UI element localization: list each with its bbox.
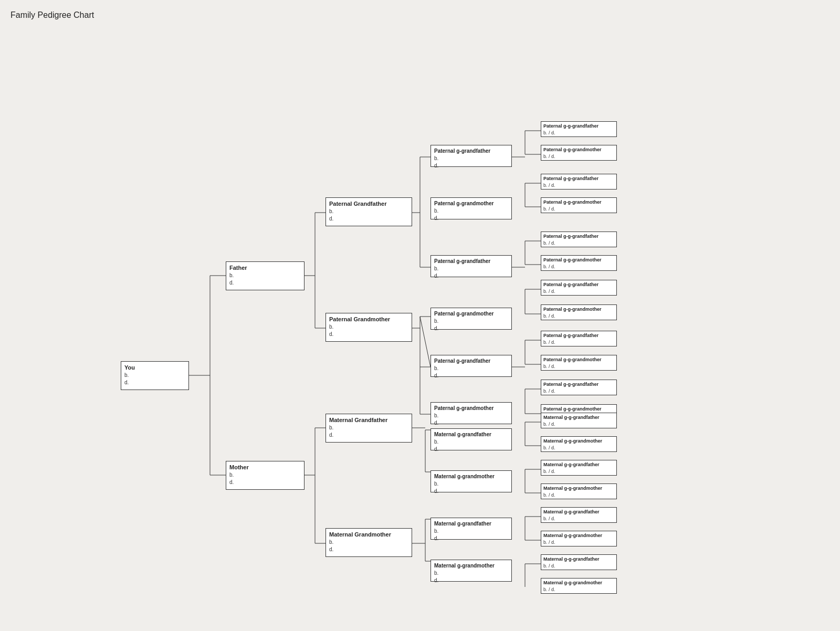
pat-g-grandmother2-node[interactable]: Paternal g-grandmother b. d. (430, 308, 512, 330)
mother-node[interactable]: Mother b. d. (226, 461, 304, 490)
mgg8-node[interactable]: Maternal g-g-grandmother b. / d. (541, 578, 617, 594)
pedigree-chart: You b. d. Father b. d. Mother b. d. Pate… (105, 36, 735, 587)
pat-g-grandmother3-node[interactable]: Paternal g-grandmother b. d. (430, 402, 512, 424)
mat-g-grandfather1-node[interactable]: Maternal g-grandfather b. d. (430, 428, 512, 450)
pgg3-node[interactable]: Paternal g-g-grandfather b. / d. (541, 174, 617, 190)
pgg7-node[interactable]: Paternal g-g-grandfather b. / d. (541, 280, 617, 296)
pat-g-grandfather3-node[interactable]: Paternal g-grandfather b. d. (430, 355, 512, 377)
mgg3-node[interactable]: Maternal g-g-grandfather b. / d. (541, 460, 617, 476)
mgg7-node[interactable]: Maternal g-g-grandfather b. / d. (541, 554, 617, 570)
mgg1-node[interactable]: Maternal g-g-grandfather b. / d. (541, 413, 617, 428)
pgg2-node[interactable]: Paternal g-g-grandmother b. / d. (541, 145, 617, 161)
pgg6-node[interactable]: Paternal g-g-grandmother b. / d. (541, 255, 617, 271)
pgg11-node[interactable]: Paternal g-g-grandfather b. / d. (541, 380, 617, 395)
mat-g-grandmother1-node[interactable]: Maternal g-grandmother b. d. (430, 470, 512, 492)
pgg9-node[interactable]: Paternal g-g-grandfather b. / d. (541, 331, 617, 346)
you-node[interactable]: You b. d. (121, 361, 189, 390)
pat-g-grandfather1-node[interactable]: Paternal g-grandfather b. d. (430, 145, 512, 167)
pat-g-grandmother1-node[interactable]: Paternal g-grandmother b. d. (430, 197, 512, 219)
mat-g-grandfather2-node[interactable]: Maternal g-grandfather b. d. (430, 518, 512, 540)
svg-line-18 (420, 317, 430, 367)
pgg5-node[interactable]: Paternal g-g-grandfather b. / d. (541, 232, 617, 247)
father-node[interactable]: Father b. d. (226, 261, 304, 290)
mgg4-node[interactable]: Maternal g-g-grandmother b. / d. (541, 483, 617, 499)
mgg5-node[interactable]: Maternal g-g-grandfather b. / d. (541, 507, 617, 523)
page-title: Family Pedigree Chart (10, 10, 830, 20)
pgg10-node[interactable]: Paternal g-g-grandmother b. / d. (541, 355, 617, 371)
mgg2-node[interactable]: Maternal g-g-grandmother b. / d. (541, 436, 617, 452)
connector-lines (105, 36, 735, 587)
mgg6-node[interactable]: Maternal g-g-grandmother b. / d. (541, 531, 617, 546)
paternal-grandfather-node[interactable]: Paternal Grandfather b. d. (326, 197, 412, 226)
paternal-grandmother-node[interactable]: Paternal Grandmother b. d. (326, 313, 412, 342)
maternal-grandfather-node[interactable]: Maternal Grandfather b. d. (326, 414, 412, 443)
pgg4-node[interactable]: Paternal g-g-grandmother b. / d. (541, 197, 617, 213)
pgg8-node[interactable]: Paternal g-g-grandmother b. / d. (541, 304, 617, 320)
mat-g-grandmother2-node[interactable]: Maternal g-grandmother b. d. (430, 560, 512, 582)
pgg1-node[interactable]: Paternal g-g-grandfather b. / d. (541, 121, 617, 137)
maternal-grandmother-node[interactable]: Maternal Grandmother b. d. (326, 528, 412, 557)
pat-g-grandfather2-node[interactable]: Paternal g-grandfather b. d. (430, 255, 512, 277)
